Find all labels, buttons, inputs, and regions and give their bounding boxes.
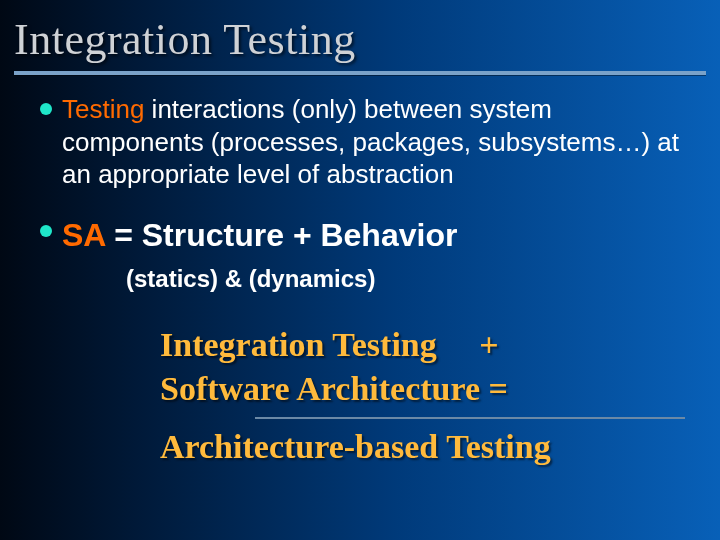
bullet-2: SA = Structure + Behavior [40, 215, 680, 255]
bullet-2-rest: = Structure + Behavior [105, 217, 457, 253]
equation-line-3: Architecture-based Testing [160, 425, 680, 469]
bullet-1-rest: interactions (only) between system compo… [62, 94, 679, 189]
equation-rule [255, 417, 685, 419]
bullet-2-sa: SA [62, 217, 105, 253]
title-underline [14, 71, 706, 75]
equation-block: Integration Testing + Software Architect… [40, 323, 680, 470]
slide: Integration Testing Testing interactions… [0, 0, 720, 540]
equation-line-2: Software Architecture = [160, 367, 680, 411]
slide-body: Testing interactions (only) between syst… [0, 93, 720, 469]
slide-title: Integration Testing [0, 0, 720, 71]
bullet-2-subline: (statics) & (dynamics) [40, 265, 680, 293]
equation-line-1: Integration Testing + [160, 323, 680, 367]
bullet-1-lead: Testing [62, 94, 144, 124]
bullet-1: Testing interactions (only) between syst… [40, 93, 680, 191]
